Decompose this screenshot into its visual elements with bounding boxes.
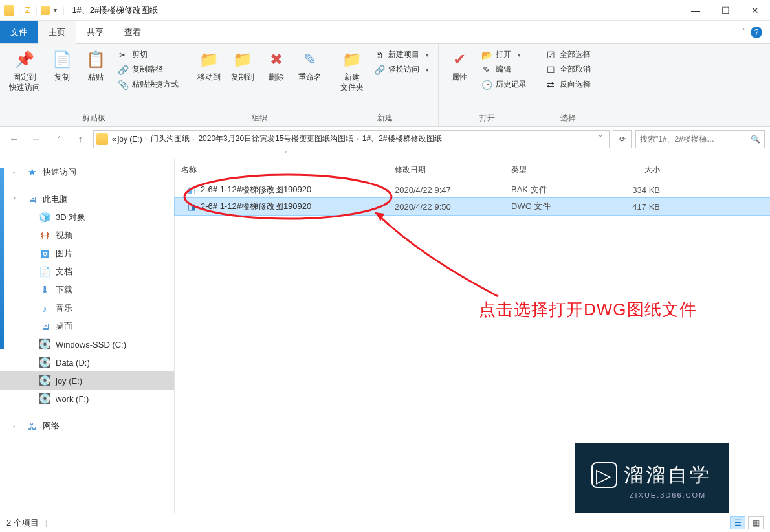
tab-view[interactable]: 查看 [114, 21, 151, 43]
drive-icon: 💽 [39, 393, 50, 405]
maximize-button[interactable]: ☐ [710, 0, 740, 21]
nav-documents[interactable]: 📄文档 [0, 263, 174, 281]
minimize-button[interactable]: — [681, 0, 710, 21]
easyaccess-button[interactable]: 🔗轻松访问▾ [371, 63, 432, 76]
tab-home[interactable]: 主页 [38, 21, 76, 44]
file-type: DWG 文件 [505, 201, 602, 212]
breadcrumb-item[interactable]: 门头沟图纸› [151, 133, 197, 144]
search-box[interactable]: 🔍 [635, 130, 765, 148]
tab-share[interactable]: 共享 [76, 21, 114, 43]
ribbon-collapse-icon[interactable]: ˄ [742, 28, 745, 37]
tab-file[interactable]: 文件 [0, 21, 38, 43]
window-buttons: — ☐ ✕ [681, 0, 770, 21]
file-row[interactable]: ◨2-6# 1-12#楼梯修改图190920 2020/4/22 9:50 DW… [175, 198, 770, 215]
pin-icon: 📌 [14, 49, 35, 70]
delete-button[interactable]: ✖删除 [259, 47, 293, 85]
expand-icon[interactable]: › [13, 169, 21, 176]
invertselect-button[interactable]: ⇄反向选择 [543, 78, 593, 91]
nav-drive-d[interactable]: 💽Data (D:) [0, 353, 174, 371]
network-icon: 🖧 [26, 420, 38, 432]
star-icon: ★ [26, 166, 38, 178]
breadcrumb-item[interactable]: joy (E:)› [118, 135, 149, 144]
pin-quickaccess-button[interactable]: 📌固定到 快速访问 [4, 47, 45, 95]
checkbox-icon[interactable]: ☑ [24, 6, 31, 15]
nav-this-pc[interactable]: ˅🖥此电脑 [0, 190, 174, 208]
newitem-button[interactable]: 🗎新建项目▾ [371, 48, 432, 61]
refresh-button[interactable]: ⟳ [613, 130, 632, 148]
nav-drive-f[interactable]: 💽work (F:) [0, 390, 174, 408]
navigation-pane[interactable]: ›★快速访问 ˅🖥此电脑 🧊3D 对象 🎞视频 🖼图片 📄文档 ⬇下载 ♪音乐 … [0, 159, 175, 523]
video-icon: 🎞 [39, 230, 50, 241]
pc-icon: 🖥 [26, 194, 38, 205]
group-label: 剪贴板 [4, 111, 184, 125]
chevron-right-icon[interactable]: › [142, 135, 149, 142]
nav-downloads[interactable]: ⬇下载 [0, 281, 174, 299]
back-button[interactable]: ← [5, 130, 23, 148]
ribbon: 📌固定到 快速访问 📄复制 📋粘贴 ✂剪切 🔗复制路径 📎粘贴快捷方式 剪贴板 … [0, 44, 770, 127]
recent-dropdown[interactable]: ˅ [49, 130, 67, 148]
paste-button[interactable]: 📋粘贴 [79, 47, 113, 85]
properties-button[interactable]: ✔属性 [443, 47, 476, 85]
search-icon[interactable]: 🔍 [751, 135, 760, 144]
rename-button[interactable]: ✎重命名 [293, 47, 327, 85]
cut-button[interactable]: ✂剪切 [115, 48, 181, 61]
drive-icon: 💽 [39, 338, 50, 350]
nav-music[interactable]: ♪音乐 [0, 299, 174, 317]
file-name: 2-6# 1-12#楼梯修改图190920 [201, 201, 311, 212]
chevron-right-icon[interactable]: › [190, 135, 197, 142]
open-button[interactable]: 📂打开▾ [479, 48, 529, 61]
quick-access-toolbar: | ☑ | ▾ | [0, 5, 69, 16]
forward-button[interactable]: → [27, 130, 45, 148]
nav-network[interactable]: ›🖧网络 [0, 417, 174, 435]
newfolder-button[interactable]: 📁新建 文件夹 [335, 47, 369, 95]
moveto-button[interactable]: 📁移动到 [192, 47, 226, 85]
group-select: ☑全部选择 ☐全部取消 ⇄反向选择 选择 [536, 44, 600, 126]
nav-3d-objects[interactable]: 🧊3D 对象 [0, 208, 174, 227]
col-size[interactable]: 大小 [602, 164, 666, 175]
nav-pictures[interactable]: 🖼图片 [0, 245, 174, 263]
status-bar: 2 个项目 | ☰ ▦ [0, 513, 770, 532]
col-name[interactable]: 名称 [175, 164, 388, 175]
pasteshortcut-button[interactable]: 📎粘贴快捷方式 [115, 78, 181, 91]
desktop-icon: 🖥 [39, 320, 50, 332]
file-date: 2020/4/22 9:50 [388, 202, 505, 212]
details-view-button[interactable]: ☰ [730, 516, 745, 529]
copyto-button[interactable]: 📁复制到 [226, 47, 259, 85]
file-name: 2-6# 1-12#楼梯修改图190920 [201, 184, 311, 195]
expand-icon[interactable]: ˅ [13, 196, 21, 203]
chevron-right-icon[interactable]: › [353, 135, 360, 142]
edit-button[interactable]: ✎编辑 [479, 63, 529, 76]
selectall-button[interactable]: ☑全部选择 [543, 48, 593, 61]
group-open: ✔属性 📂打开▾ ✎编辑 🕑历史记录 打开 [439, 44, 536, 126]
item-count: 2 个项目 [6, 517, 39, 529]
folder-small-icon[interactable] [41, 6, 50, 15]
copypath-button[interactable]: 🔗复制路径 [115, 63, 181, 76]
selectnone-button[interactable]: ☐全部取消 [543, 63, 593, 76]
file-row[interactable]: ◧2-6# 1-12#楼梯修改图190920 2020/4/22 9:47 BA… [175, 181, 770, 198]
help-icon[interactable]: ? [751, 27, 762, 38]
column-headers[interactable]: 名称 修改日期 类型 大小 [175, 159, 770, 181]
history-button[interactable]: 🕑历史记录 [479, 78, 529, 91]
col-type[interactable]: 类型 [505, 164, 602, 175]
copy-button[interactable]: 📄复制 [45, 47, 79, 85]
expand-icon[interactable]: › [13, 423, 21, 430]
nav-videos[interactable]: 🎞视频 [0, 227, 174, 245]
col-date[interactable]: 修改日期 [388, 164, 505, 175]
nav-drive-e[interactable]: 💽joy (E:) [0, 371, 174, 390]
breadcrumb-dropdown[interactable]: ˅ [595, 135, 606, 144]
nav-quick-access[interactable]: ›★快速访问 [0, 163, 174, 181]
nav-drive-c[interactable]: 💽Windows-SSD (C:) [0, 335, 174, 353]
group-label: 新建 [335, 111, 434, 125]
breadcrumb-item[interactable]: 1#、2#楼楼梯修改图纸 [362, 133, 442, 144]
breadcrumb-bar[interactable]: « joy (E:)› 门头沟图纸› 2020年3月20日徐寅发15号楼变更图纸… [93, 130, 610, 148]
qat-dropdown-icon[interactable]: ▾ [52, 6, 58, 14]
close-button[interactable]: ✕ [740, 0, 770, 21]
search-input[interactable] [640, 135, 751, 144]
chevron-up-icon[interactable]: ˄ [285, 150, 288, 157]
breadcrumb-prefix[interactable]: « [112, 135, 116, 144]
play-icon: ▷ [591, 462, 617, 488]
nav-desktop[interactable]: 🖥桌面 [0, 317, 174, 335]
icons-view-button[interactable]: ▦ [748, 516, 764, 529]
up-button[interactable]: ↑ [71, 130, 89, 148]
breadcrumb-item[interactable]: 2020年3月20日徐寅发15号楼变更图纸沟图纸› [198, 133, 360, 144]
